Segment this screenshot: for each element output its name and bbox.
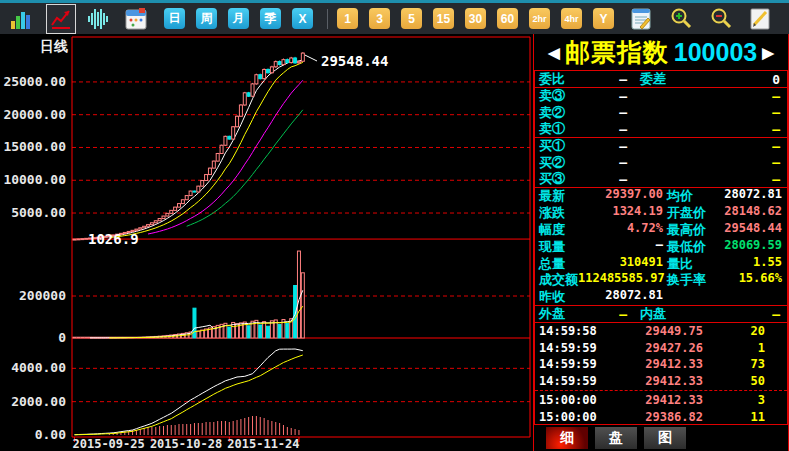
ask-row: 卖③—— bbox=[535, 88, 787, 105]
ask-row: 卖①—— bbox=[535, 121, 787, 138]
stat-value: 29548.44 bbox=[706, 221, 782, 239]
level-price: — bbox=[565, 89, 627, 104]
minute-button-15[interactable]: 15 bbox=[433, 8, 454, 29]
chart-text: 25000.00 bbox=[3, 74, 66, 89]
tab-图[interactable]: 图 bbox=[644, 427, 686, 449]
instrument-name: 邮票指数 bbox=[565, 36, 669, 69]
tick-time: 14:59:59 bbox=[539, 341, 611, 355]
minute-button-5[interactable]: 5 bbox=[401, 8, 422, 29]
level-label: 买③ bbox=[539, 170, 565, 188]
level-price: — bbox=[565, 105, 627, 120]
stat-value: 4.72% bbox=[565, 221, 663, 239]
bottom-tab-bar: 细盘图 bbox=[534, 425, 788, 451]
period-button-日[interactable]: 日 bbox=[164, 8, 185, 29]
kline-chart-svg[interactable]: 25000.0020000.0015000.0010000.005000.002… bbox=[0, 34, 533, 451]
period-label: 日线 bbox=[40, 38, 68, 54]
stat-value: 28069.59 bbox=[706, 238, 782, 256]
tick-list-separator bbox=[535, 390, 787, 391]
notepad-icon[interactable] bbox=[629, 6, 653, 32]
minute-button-3[interactable]: 3 bbox=[369, 8, 390, 29]
period-button-月[interactable]: 月 bbox=[228, 8, 249, 29]
edit-icon[interactable] bbox=[747, 6, 773, 32]
period-button-周[interactable]: 周 bbox=[196, 8, 217, 29]
minute-button-60[interactable]: 60 bbox=[497, 8, 518, 29]
chart-text: 20000.00 bbox=[3, 107, 66, 122]
level-volume: — bbox=[627, 139, 780, 154]
calendar-icon[interactable] bbox=[124, 6, 148, 32]
minute-button-Y[interactable]: Y bbox=[593, 8, 614, 29]
next-instrument-arrow[interactable]: ▶ bbox=[762, 44, 774, 62]
chart-text: 2000.00 bbox=[11, 394, 66, 409]
ma30-line bbox=[187, 110, 303, 227]
kline-icon[interactable] bbox=[46, 4, 76, 34]
minute-button-2hr[interactable]: 2hr bbox=[529, 8, 550, 29]
high-pointer-line bbox=[305, 55, 317, 61]
stat-label: 换手率 bbox=[667, 271, 706, 289]
tick-row: 15:00:0029412.333 bbox=[535, 392, 787, 409]
minute-button-4hr[interactable]: 4hr bbox=[561, 8, 582, 29]
ask-queue-section: 卖③——卖②——卖①—— bbox=[534, 87, 788, 138]
outer-inner-volume-section: 外盘 — 内盘 — bbox=[534, 305, 788, 323]
gridlines bbox=[72, 82, 530, 402]
candlesticks bbox=[73, 52, 304, 240]
minute-button-30[interactable]: 30 bbox=[465, 8, 486, 29]
ask-row: 卖②—— bbox=[535, 105, 787, 122]
tick-volume: 50 bbox=[703, 374, 765, 388]
level-volume: — bbox=[627, 105, 780, 120]
zoom-out-icon[interactable] bbox=[709, 6, 735, 32]
tick-time: 15:00:00 bbox=[539, 410, 611, 424]
minute-button-1[interactable]: 1 bbox=[337, 8, 358, 29]
stat-value: 28072.81 bbox=[693, 187, 782, 205]
tick-price: 29412.33 bbox=[611, 357, 703, 371]
level-label: 卖① bbox=[539, 120, 565, 138]
tick-volume: 1 bbox=[703, 341, 765, 355]
tick-list-section: 14:59:5829449.752014:59:5929427.26114:59… bbox=[534, 322, 788, 425]
chart-area[interactable]: 25000.0020000.0015000.0010000.005000.002… bbox=[0, 34, 533, 451]
stock-trading-app: 日周月季X 1351530602hr4hrY bbox=[0, 0, 789, 451]
bar-chart-icon[interactable] bbox=[8, 6, 34, 32]
stat-row: 成交额112485585.97换手率15.66% bbox=[535, 272, 787, 289]
bid-row: 买②—— bbox=[535, 155, 787, 172]
level-volume: — bbox=[627, 155, 780, 170]
chart-text: 4000.00 bbox=[11, 360, 66, 375]
stat-row: 幅度4.72%最高价29548.44 bbox=[535, 222, 787, 239]
tick-price: 29427.26 bbox=[611, 341, 703, 355]
stat-label: 最新 bbox=[539, 187, 565, 205]
stat-value: 112485585.97 bbox=[578, 271, 665, 289]
weibi-label: 委比 bbox=[539, 70, 565, 88]
low-annotation: 1026.9 bbox=[88, 231, 139, 247]
period-button-季[interactable]: 季 bbox=[260, 8, 281, 29]
period-button-X[interactable]: X bbox=[292, 8, 313, 29]
level-label: 买② bbox=[539, 154, 565, 172]
tick-price: 29449.75 bbox=[611, 324, 703, 338]
weicha-label: 委差 bbox=[640, 70, 666, 88]
chart-text: 5000.00 bbox=[11, 205, 66, 220]
instrument-title-bar: ◀ 邮票指数 100003 ▶ bbox=[534, 36, 788, 69]
sub-line-white bbox=[75, 349, 303, 435]
stat-value: — bbox=[565, 238, 663, 256]
tick-volume: 3 bbox=[703, 393, 765, 407]
stat-label: 涨跌 bbox=[539, 204, 565, 222]
stat-row: 涨跌1324.19开盘价28148.62 bbox=[535, 205, 787, 222]
stat-value: 1.55 bbox=[693, 255, 782, 273]
level-price: — bbox=[565, 155, 627, 170]
weibi-value: — bbox=[565, 72, 627, 87]
tick-volume: 73 bbox=[703, 357, 765, 371]
bid-queue-section: 买①——买②——买③—— bbox=[534, 137, 788, 188]
high-annotation: 29548.44 bbox=[321, 53, 388, 69]
level-label: 买① bbox=[539, 137, 565, 155]
quote-panel: ◀ 邮票指数 100003 ▶ 委比 — 委差 0 卖③——卖②——卖①—— 买… bbox=[533, 34, 789, 451]
chart-text: 15000.00 bbox=[3, 139, 66, 154]
zoom-in-icon[interactable] bbox=[669, 6, 695, 32]
volume-bars bbox=[73, 251, 304, 338]
waveform-icon[interactable] bbox=[86, 6, 112, 32]
chart-text: 10000.00 bbox=[3, 172, 66, 187]
tab-细[interactable]: 细 bbox=[546, 427, 588, 449]
date-label: 2015-10-28 bbox=[150, 437, 222, 451]
stat-label: 昨收 bbox=[539, 288, 565, 306]
toolbar-separator bbox=[327, 9, 328, 29]
bid-row: 买③—— bbox=[535, 171, 787, 188]
tab-盘[interactable]: 盘 bbox=[595, 427, 637, 449]
stat-value: 1324.19 bbox=[565, 204, 663, 222]
prev-instrument-arrow[interactable]: ◀ bbox=[548, 44, 560, 62]
